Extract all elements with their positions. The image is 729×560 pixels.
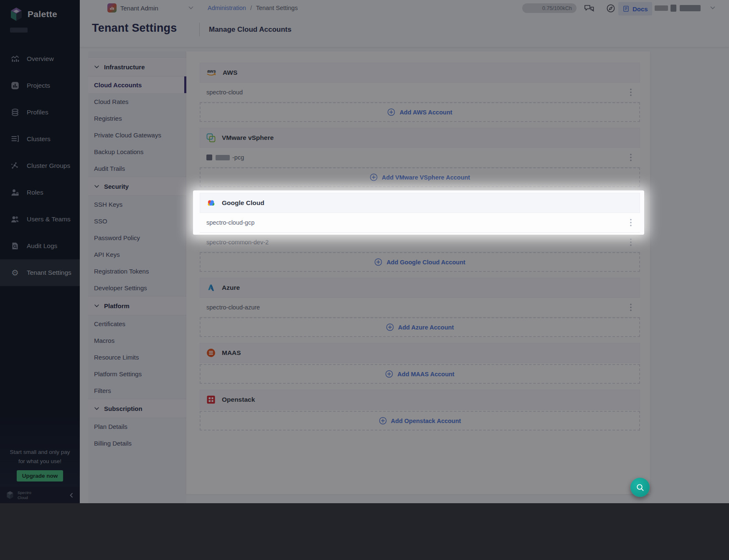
google-cloud-icon	[206, 198, 216, 208]
vsphere-icon	[206, 133, 216, 143]
redacted-block	[10, 28, 28, 33]
search-fab-button[interactable]	[630, 478, 650, 497]
sidebar-item-roles[interactable]: Roles	[0, 179, 80, 206]
upgrade-now-button[interactable]: Upgrade now	[17, 470, 64, 481]
sidebar-item-audit-logs[interactable]: Audit Logs	[0, 233, 80, 259]
sidebar-item-profiles[interactable]: Profiles	[0, 99, 80, 126]
settings-item-private-cloud-gateways[interactable]: Private Cloud Gateways	[88, 127, 186, 143]
nav-group-label: Subscription	[104, 405, 142, 412]
settings-item-cloud-rates[interactable]: Cloud Rates	[88, 93, 186, 110]
cluster-groups-icon	[10, 161, 20, 171]
settings-item-registries[interactable]: Registries	[88, 110, 186, 127]
settings-item-filters[interactable]: Filters	[88, 382, 186, 399]
add-azure-account-button[interactable]: Add Azure Account	[200, 317, 640, 337]
plus-circle-icon	[387, 108, 395, 116]
settings-item-password-policy[interactable]: Password Policy	[88, 229, 186, 246]
chevron-down-icon	[94, 304, 99, 307]
settings-item-cloud-accounts[interactable]: Cloud Accounts	[88, 76, 186, 93]
section-title: VMware vSphere	[222, 134, 274, 142]
sidebar-footer: Spectro Cloud	[0, 487, 80, 503]
settings-item-billing-details[interactable]: Billing Details	[88, 435, 186, 451]
redacted-block	[216, 155, 230, 160]
section-vmware-header: VMware vSphere	[200, 128, 640, 148]
chevron-down-icon	[94, 185, 99, 188]
openstack-icon	[206, 395, 216, 405]
upgrade-promo: Start small and only pay for what you us…	[0, 448, 80, 481]
account-row[interactable]: spectro-cloud-azure	[200, 298, 640, 317]
account-name: spectro-cloud-azure	[206, 304, 260, 311]
sidebar-item-clusters[interactable]: Clusters	[0, 126, 80, 152]
account-row[interactable]: spectro-common-dev-2	[200, 233, 640, 252]
account-name: spectro-cloud	[206, 89, 243, 96]
add-google-cloud-account-button[interactable]: Add Google Cloud Account	[200, 252, 640, 272]
collapse-sidebar-icon[interactable]	[69, 493, 74, 498]
settings-item-platform-settings[interactable]: Platform Settings	[88, 365, 186, 382]
add-account-label: Add AWS Account	[399, 109, 452, 116]
section-title: AWS	[223, 69, 237, 76]
plus-circle-icon	[370, 173, 378, 181]
account-row[interactable]: spectro-cloud	[200, 83, 640, 102]
section-vmware-vsphere: VMware vSphere -pcg Add VMware VSphere A…	[200, 128, 640, 187]
settings-item-registration-tokens[interactable]: Registration Tokens	[88, 263, 186, 279]
brand-name: Palette	[28, 9, 57, 19]
projects-icon	[10, 81, 20, 91]
add-vmware-account-button[interactable]: Add VMware VSphere Account	[200, 167, 640, 187]
page-header-divider	[199, 23, 200, 36]
compass-icon[interactable]	[606, 3, 616, 13]
account-name: spectro-common-dev-2	[206, 239, 269, 246]
section-azure: Azure spectro-cloud-azure Add Azure Acco…	[200, 278, 640, 337]
page-subtitle: Manage Cloud Accounts	[209, 25, 292, 34]
sidebar-item-users-teams[interactable]: Users & Teams	[0, 206, 80, 233]
nav-group-label: Infrastructure	[104, 63, 145, 71]
settings-item-plan-details[interactable]: Plan Details	[88, 418, 186, 435]
docs-button[interactable]: Docs	[618, 2, 652, 15]
users-teams-icon	[10, 214, 20, 224]
settings-item-backup-locations[interactable]: Backup Locations	[88, 143, 186, 160]
gear-icon: ⚙	[10, 268, 20, 278]
nav-group-subscription[interactable]: Subscription	[88, 399, 186, 418]
settings-item-macros[interactable]: Macros	[88, 332, 186, 349]
kebab-menu-icon[interactable]	[628, 152, 633, 163]
section-google-cloud-header: Google Cloud	[200, 193, 640, 213]
plus-circle-icon	[379, 417, 387, 425]
chat-icon[interactable]	[584, 4, 595, 14]
nav-group-platform[interactable]: Platform	[88, 296, 186, 315]
nav-group-infrastructure[interactable]: Infrastructure	[88, 57, 186, 76]
section-google-cloud: Google Cloud spectro-cloud-gcp spectro-c…	[200, 193, 640, 272]
clusters-icon	[10, 134, 20, 144]
kebab-menu-icon[interactable]	[628, 237, 633, 248]
user-menu-chevron-down-icon[interactable]	[710, 6, 715, 10]
kebab-menu-icon[interactable]	[628, 302, 633, 313]
breadcrumb-administration-link[interactable]: Administration	[208, 5, 246, 11]
sidebar-item-label: Audit Logs	[27, 242, 57, 250]
section-azure-header: Azure	[200, 278, 640, 298]
settings-item-api-keys[interactable]: API Keys	[88, 246, 186, 263]
settings-item-certificates[interactable]: Certificates	[88, 315, 186, 332]
project-scope-selector[interactable]: Tenant Admin	[107, 3, 158, 13]
section-aws-header: aws AWS	[200, 63, 640, 83]
sidebar-item-projects[interactable]: Projects	[0, 72, 80, 99]
add-account-label: Add MAAS Account	[397, 371, 454, 378]
sidebar-item-cluster-groups[interactable]: Cluster Groups	[0, 152, 80, 179]
settings-item-ssh-keys[interactable]: SSH Keys	[88, 196, 186, 213]
settings-item-audit-trails[interactable]: Audit Trails	[88, 160, 186, 177]
settings-item-resource-limits[interactable]: Resource Limits	[88, 349, 186, 365]
add-maas-account-button[interactable]: Add MAAS Account	[200, 364, 640, 384]
sidebar-item-tenant-settings[interactable]: ⚙ Tenant Settings	[0, 259, 80, 286]
sidebar-item-overview[interactable]: Overview	[0, 46, 80, 72]
sidebar-item-label: Users & Teams	[27, 215, 71, 223]
account-row-spotlighted[interactable]: spectro-cloud-gcp	[200, 213, 640, 233]
add-aws-account-button[interactable]: Add AWS Account	[200, 102, 640, 122]
breadcrumb: Administration / Tenant Settings	[208, 5, 298, 11]
nav-group-security[interactable]: Security	[88, 177, 186, 196]
chevron-down-icon[interactable]	[188, 6, 193, 10]
kebab-menu-icon[interactable]	[628, 87, 633, 98]
settings-item-developer-settings[interactable]: Developer Settings	[88, 279, 186, 296]
settings-item-sso[interactable]: SSO	[88, 213, 186, 229]
add-account-label: Add Google Cloud Account	[386, 259, 465, 266]
add-openstack-account-button[interactable]: Add Openstack Account	[200, 411, 640, 431]
plus-circle-icon	[374, 258, 382, 266]
section-openstack: Openstack Add Openstack Account	[200, 390, 640, 431]
kebab-menu-icon[interactable]	[628, 217, 633, 228]
account-row[interactable]: -pcg	[200, 148, 640, 167]
